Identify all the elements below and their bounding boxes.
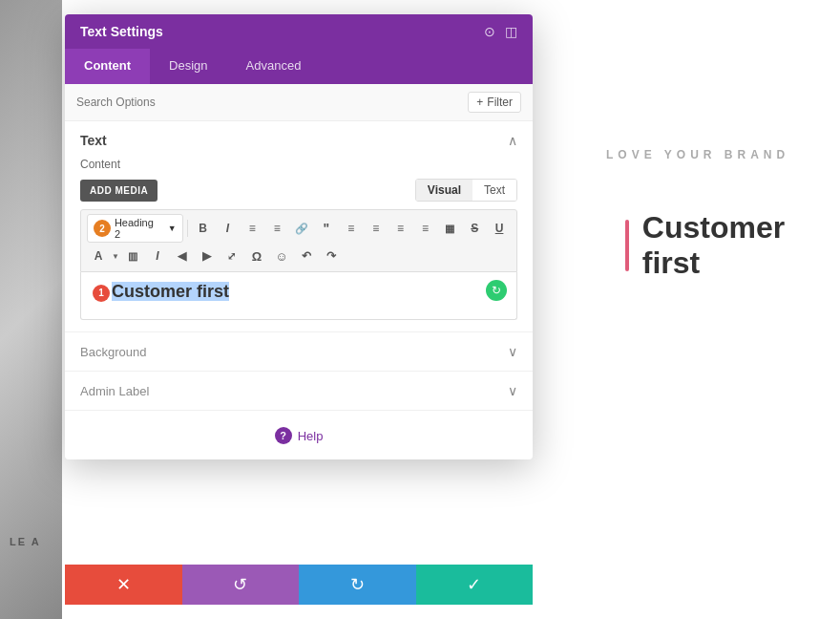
customer-first-preview: Customer first — [625, 210, 840, 281]
italic2-button[interactable]: I — [146, 245, 169, 267]
align-center-button[interactable]: ≡ — [365, 217, 388, 240]
redo-icon: ↻ — [350, 574, 365, 595]
layout-icon[interactable]: ◫ — [505, 24, 517, 39]
admin-label-section[interactable]: Admin Label ∨ — [65, 372, 533, 411]
emoji-button[interactable]: ☺ — [270, 245, 293, 267]
text-section-chevron-icon: ∧ — [508, 133, 517, 148]
search-input[interactable] — [76, 96, 468, 109]
admin-label-chevron-icon: ∨ — [508, 383, 517, 398]
redo-button[interactable]: ↻ — [299, 565, 416, 605]
text-color-button[interactable]: A — [87, 245, 110, 267]
heading-select-chevron-icon: ▼ — [168, 224, 177, 233]
visual-text-toggle: Visual Text — [415, 179, 517, 202]
learn-label: LE A — [10, 536, 41, 547]
heading-select-label: Heading 2 — [115, 217, 162, 240]
heading-select[interactable]: 2 Heading 2 ▼ — [87, 214, 183, 243]
bottom-action-bar: ✕ ↺ ↻ ✓ — [65, 565, 533, 605]
admin-label-section-label: Admin Label — [80, 384, 149, 398]
cancel-button[interactable]: ✕ — [65, 565, 182, 605]
filter-button[interactable]: + Filter — [468, 92, 521, 113]
filter-label: Filter — [487, 96, 513, 109]
cancel-icon: ✕ — [116, 574, 131, 595]
refresh-icon: ↻ — [492, 284, 501, 297]
undo-button[interactable]: ↺ — [182, 565, 300, 605]
indent-button[interactable]: ▶ — [196, 245, 219, 267]
text-section-title: Text — [80, 133, 107, 148]
bold-button[interactable]: B — [192, 217, 215, 240]
align-left-button[interactable]: ≡ — [340, 217, 363, 240]
link-button[interactable]: 🔗 — [290, 217, 313, 240]
help-icon: ? — [275, 427, 292, 444]
align-justify-button[interactable]: ≡ — [414, 217, 437, 240]
text-toggle-button[interactable]: Text — [472, 180, 516, 201]
blockquote-button[interactable]: " — [315, 217, 338, 240]
modal-header-icons: ⊙ ◫ — [484, 24, 517, 39]
tab-design[interactable]: Design — [150, 49, 226, 84]
text-section-header[interactable]: Text ∧ — [80, 133, 517, 148]
modal-header: Text Settings ⊙ ◫ — [65, 14, 533, 49]
modal-tabs: Content Design Advanced — [65, 49, 533, 84]
content-number-badge: 1 — [93, 285, 110, 302]
paste-text-button[interactable]: ▥ — [121, 245, 144, 267]
editor-content[interactable]: 1Customer first ↻ — [80, 272, 517, 320]
align-right-button[interactable]: ≡ — [389, 217, 412, 240]
text-section: Text ∧ Content ADD MEDIA Visual Text 2 H… — [65, 121, 533, 332]
background-chevron-icon: ∨ — [508, 344, 517, 359]
toolbar-divider-1 — [187, 220, 188, 237]
background-section[interactable]: Background ∨ — [65, 332, 533, 372]
help-link[interactable]: ? Help — [275, 427, 324, 444]
unordered-list-button[interactable]: ≡ — [241, 217, 263, 240]
tab-advanced[interactable]: Advanced — [227, 49, 321, 84]
editor-top-row: ADD MEDIA Visual Text — [80, 179, 517, 202]
page-left-image — [0, 0, 62, 619]
search-bar: + Filter — [65, 84, 533, 121]
content-label: Content — [80, 158, 517, 171]
editor-toolbar: 2 Heading 2 ▼ B I ≡ ≡ 🔗 " ≡ ≡ ≡ ≡ ▦ S U — [80, 209, 517, 272]
customer-first-preview-text: Customer first — [642, 210, 840, 281]
toolbar-row-1: 2 Heading 2 ▼ B I ≡ ≡ 🔗 " ≡ ≡ ≡ ≡ ▦ S U — [87, 214, 511, 243]
redo-editor-button[interactable]: ↷ — [320, 245, 343, 267]
filter-plus-icon: + — [476, 96, 483, 109]
confirm-icon: ✓ — [467, 574, 481, 595]
strikethrough-button[interactable]: S — [463, 217, 486, 240]
table-button[interactable]: ▦ — [438, 217, 461, 240]
love-your-brand-text: LOVE YOUR BRAND — [606, 148, 789, 161]
heading-number-badge: 2 — [94, 220, 111, 237]
special-chars-button[interactable]: Ω — [245, 245, 268, 267]
text-settings-modal: Text Settings ⊙ ◫ Content Design Advance… — [65, 14, 533, 459]
help-label: Help — [298, 429, 324, 443]
pink-accent-bar — [625, 220, 629, 271]
editor-cursor-badge: ↻ — [486, 280, 507, 301]
italic-button[interactable]: I — [217, 217, 240, 240]
outdent-button[interactable]: ◀ — [171, 245, 194, 267]
undo-editor-button[interactable]: ↶ — [295, 245, 318, 267]
undo-icon: ↺ — [233, 574, 247, 595]
text-color-dropdown-icon: ▼ — [112, 252, 119, 261]
background-section-label: Background — [80, 345, 146, 359]
fullscreen-button[interactable]: ⤢ — [220, 245, 243, 267]
help-row: ? Help — [65, 411, 533, 459]
underline-button[interactable]: U — [488, 217, 511, 240]
toolbar-row-2: A ▼ ▥ I ◀ ▶ ⤢ Ω ☺ ↶ ↷ — [87, 245, 511, 267]
ordered-list-button[interactable]: ≡ — [265, 217, 288, 240]
editor-text: Customer first — [112, 282, 229, 301]
modal-title: Text Settings — [80, 24, 163, 39]
add-media-button[interactable]: ADD MEDIA — [80, 180, 158, 202]
confirm-button[interactable]: ✓ — [416, 565, 534, 605]
tab-content[interactable]: Content — [65, 49, 150, 84]
settings-icon[interactable]: ⊙ — [484, 24, 495, 39]
visual-toggle-button[interactable]: Visual — [416, 180, 472, 201]
